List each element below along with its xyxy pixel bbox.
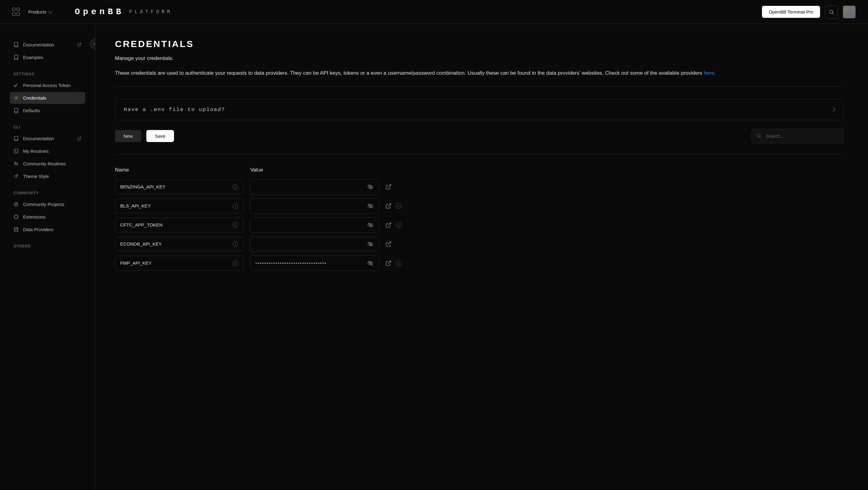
column-header-value: Value	[250, 167, 263, 173]
credential-value-field[interactable]	[250, 236, 379, 252]
sidebar-item-extensions[interactable]: Extensions	[10, 211, 85, 223]
eye-off-icon[interactable]	[367, 203, 373, 209]
logo[interactable]: OpenBB PLATFORM	[75, 7, 173, 17]
users-icon	[13, 161, 19, 166]
sidebar-item-theme-style[interactable]: Theme Style	[10, 170, 85, 182]
sidebar-item-personal-access-token[interactable]: Personal Access Token	[10, 79, 85, 91]
sidebar-item-examples[interactable]: Examples	[10, 51, 85, 63]
credential-name-field[interactable]: ECONDB_API_KEY	[115, 237, 243, 251]
sidebar: Documentation Examples SETTINGS Personal…	[0, 24, 95, 490]
credential-name-field[interactable]: BLS_API_KEY	[115, 198, 243, 213]
credential-value-field[interactable]	[250, 217, 379, 233]
svg-marker-7	[16, 204, 17, 205]
terminal-pro-button[interactable]: OpenBB Terminal Pro	[762, 6, 820, 18]
page-description: These credentials are used to authentica…	[115, 69, 843, 78]
info-icon[interactable]	[396, 261, 401, 266]
header: Products OpenBB PLATFORM OpenBB Terminal…	[0, 0, 868, 24]
external-link-icon	[77, 136, 82, 141]
info-icon[interactable]	[233, 203, 238, 209]
row-actions	[385, 184, 392, 190]
credential-value-field[interactable]: ••••••••••••••••••••••••••••••••	[250, 255, 379, 271]
global-search-button[interactable]	[825, 5, 838, 19]
row-actions	[385, 222, 401, 228]
sidebar-item-label: Examples	[23, 55, 43, 60]
svg-point-6	[14, 202, 18, 206]
credential-name-field[interactable]: FMP_API_KEY	[115, 256, 243, 271]
sidebar-item-documentation[interactable]: Documentation	[10, 39, 85, 51]
row-actions	[385, 241, 392, 247]
svg-point-0	[830, 10, 833, 13]
divider	[115, 154, 843, 155]
sidebar-item-community-projects[interactable]: Community Projects	[10, 198, 85, 210]
chevron-down-icon	[48, 9, 53, 13]
book-icon	[13, 108, 19, 113]
sidebar-item-label: Credentials	[23, 95, 46, 100]
credential-name-field[interactable]: CFTC_APP_TOKEN	[115, 218, 243, 233]
eye-off-icon[interactable]	[367, 260, 373, 266]
credential-name-field[interactable]: BENZINGA_API_KEY	[115, 180, 243, 194]
description-link[interactable]: here	[704, 70, 714, 76]
credential-name-text: BLS_API_KEY	[120, 203, 151, 208]
external-link-icon[interactable]	[385, 222, 392, 228]
brush-icon	[13, 174, 19, 179]
eye-off-icon[interactable]	[367, 222, 373, 228]
header-left: Products OpenBB PLATFORM	[12, 7, 173, 17]
compass-icon	[13, 202, 19, 207]
info-icon[interactable]	[233, 184, 238, 190]
external-link-icon[interactable]	[385, 260, 392, 266]
sidebar-item-credentials[interactable]: Credentials	[10, 92, 85, 104]
book-icon	[13, 136, 19, 141]
save-button[interactable]: Save	[146, 130, 174, 142]
products-label: Products	[28, 9, 46, 14]
book-icon	[13, 42, 19, 47]
upload-prompt-text: Have a .env file to upload?	[124, 107, 225, 113]
sidebar-item-my-routines[interactable]: My Routines	[10, 145, 85, 157]
svg-line-10	[760, 137, 761, 138]
script-icon	[13, 149, 19, 154]
sidebar-item-community-routines[interactable]: Community Routines	[10, 158, 85, 170]
info-icon[interactable]	[396, 203, 401, 209]
eye-off-icon[interactable]	[367, 241, 373, 247]
external-link-icon[interactable]	[385, 184, 392, 190]
sidebar-collapse-button[interactable]	[90, 39, 95, 49]
search-input[interactable]	[751, 129, 843, 143]
column-header-name: Name	[115, 167, 250, 173]
avatar[interactable]	[843, 5, 856, 19]
credential-row: BLS_API_KEY	[115, 198, 843, 214]
info-icon[interactable]	[396, 222, 401, 228]
svg-point-8	[14, 227, 18, 228]
info-icon[interactable]	[233, 222, 238, 228]
sidebar-item-label: Community Projects	[23, 202, 64, 207]
toolbar: New Save	[115, 129, 843, 143]
key-icon	[13, 83, 19, 88]
external-link-icon	[77, 43, 82, 47]
credential-name-text: ECONDB_API_KEY	[120, 241, 162, 247]
eye-off-icon[interactable]	[367, 184, 373, 190]
sidebar-item-documentation[interactable]: Documentation	[10, 132, 85, 145]
credential-value-field[interactable]	[250, 198, 379, 214]
sidebar-item-defaults[interactable]: Defaults	[10, 104, 85, 117]
sidebar-item-label: Defaults	[23, 108, 40, 113]
search-icon	[829, 9, 834, 15]
info-icon[interactable]	[233, 261, 238, 266]
credential-name-text: CFTC_APP_TOKEN	[120, 222, 163, 227]
external-link-icon[interactable]	[385, 241, 392, 247]
new-button[interactable]: New	[115, 130, 142, 142]
external-link-icon[interactable]	[385, 203, 392, 209]
divider	[115, 86, 843, 87]
apps-grid-icon[interactable]	[12, 8, 21, 16]
sidebar-heading: CLI	[13, 125, 85, 129]
database-icon	[13, 227, 19, 232]
credential-name-text: BENZINGA_API_KEY	[120, 184, 166, 189]
products-dropdown[interactable]: Products	[28, 9, 52, 14]
sidebar-item-data-providers[interactable]: Data Providers	[10, 223, 85, 236]
sidebar-item-label: Documentation	[23, 136, 54, 141]
search-icon	[756, 133, 761, 139]
credential-value-field[interactable]	[250, 179, 379, 194]
credential-row: CFTC_APP_TOKEN	[115, 217, 843, 233]
upload-env-box[interactable]: Have a .env file to upload?	[115, 99, 843, 120]
logo-platform: PLATFORM	[129, 9, 173, 15]
header-right: OpenBB Terminal Pro	[762, 5, 856, 19]
info-icon[interactable]	[233, 241, 238, 247]
gear-icon	[13, 95, 19, 100]
